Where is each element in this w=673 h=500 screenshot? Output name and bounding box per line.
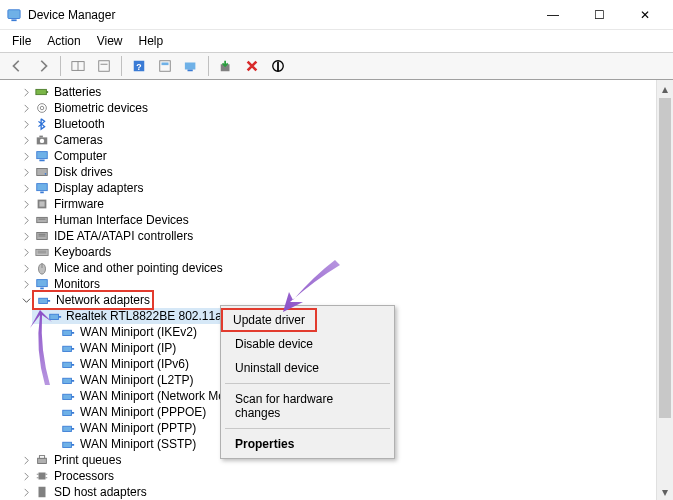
scan-button[interactable] [180, 55, 202, 77]
tree-device-label: WAN Miniport (PPPOE) [80, 405, 206, 419]
svg-rect-45 [63, 330, 72, 335]
scroll-down-arrow[interactable]: ▾ [657, 483, 673, 500]
tree-category-label: Keyboards [54, 245, 111, 259]
toolbar-separator [208, 56, 209, 76]
tree-category[interactable]: Keyboards [6, 244, 673, 260]
tree-category[interactable]: Biometric devices [6, 100, 673, 116]
help-button[interactable]: ? [128, 55, 150, 77]
disable-button[interactable] [267, 55, 289, 77]
tree-category-label: Human Interface Devices [54, 213, 189, 227]
device-category-icon [34, 212, 50, 228]
tree-category[interactable]: Processors [6, 468, 673, 484]
context-menu-item[interactable]: Scan for hardware changes [223, 387, 392, 425]
chevron-right-icon[interactable] [20, 198, 32, 210]
context-menu-item[interactable]: Update driver [221, 308, 317, 332]
tree-category-label: Computer [54, 149, 107, 163]
svg-point-19 [40, 139, 44, 143]
chevron-right-icon[interactable] [20, 182, 32, 194]
chevron-right-icon[interactable] [20, 166, 32, 178]
tree-category[interactable]: SD host adapters [6, 484, 673, 500]
svg-rect-39 [37, 280, 48, 287]
chevron-right-icon[interactable] [20, 278, 32, 290]
svg-rect-11 [188, 70, 193, 72]
tree-category[interactable]: Display adapters [6, 180, 673, 196]
context-menu-item[interactable]: Disable device [223, 332, 392, 356]
back-button[interactable] [6, 55, 28, 77]
chevron-right-icon[interactable] [20, 246, 32, 258]
tree-category-label: Print queues [54, 453, 121, 467]
title-bar: Device Manager — ☐ ✕ [0, 0, 673, 30]
chevron-right-icon[interactable] [20, 454, 32, 466]
tree-category[interactable]: Bluetooth [6, 116, 673, 132]
chevron-down-icon[interactable] [20, 294, 32, 306]
tree-category-label: Display adapters [54, 181, 143, 195]
network-adapter-icon [60, 340, 76, 356]
menu-view[interactable]: View [89, 32, 131, 50]
tree-category-label: Mice and other pointing devices [54, 261, 223, 275]
chevron-right-icon[interactable] [20, 118, 32, 130]
close-button[interactable]: ✕ [631, 5, 659, 25]
chevron-right-icon[interactable] [20, 214, 32, 226]
window-title: Device Manager [28, 8, 115, 22]
menu-help[interactable]: Help [131, 32, 172, 50]
svg-rect-41 [39, 298, 48, 303]
svg-rect-29 [37, 217, 48, 222]
network-adapter-icon [60, 404, 76, 420]
device-category-icon [34, 180, 50, 196]
context-menu: Update driverDisable deviceUninstall dev… [220, 305, 395, 459]
tree-device-label: WAN Miniport (IP) [80, 341, 176, 355]
svg-rect-43 [50, 314, 59, 319]
chevron-right-icon[interactable] [20, 134, 32, 146]
context-menu-item[interactable]: Properties [223, 432, 392, 456]
tree-category[interactable]: Disk drives [6, 164, 673, 180]
update-driver-button[interactable] [215, 55, 237, 77]
menu-file[interactable]: File [4, 32, 39, 50]
no-expander [46, 438, 58, 450]
tree-category[interactable]: Firmware [6, 196, 673, 212]
tree-category[interactable]: Human Interface Devices [6, 212, 673, 228]
annotation-highlight-box: Network adapters [32, 290, 154, 310]
context-menu-separator [225, 383, 390, 384]
chevron-right-icon[interactable] [20, 150, 32, 162]
maximize-button[interactable]: ☐ [585, 5, 613, 25]
show-hidden-button[interactable] [67, 55, 89, 77]
minimize-button[interactable]: — [539, 5, 567, 25]
vertical-scrollbar[interactable]: ▴ ▾ [656, 80, 673, 500]
uninstall-button[interactable] [241, 55, 263, 77]
action-button[interactable] [154, 55, 176, 77]
tree-category[interactable]: Batteries [6, 84, 673, 100]
context-menu-separator [225, 428, 390, 429]
chevron-right-icon[interactable] [20, 262, 32, 274]
no-expander [46, 422, 58, 434]
tree-category[interactable]: Cameras [6, 132, 673, 148]
tree-category[interactable]: IDE ATA/ATAPI controllers [6, 228, 673, 244]
chevron-right-icon[interactable] [20, 102, 32, 114]
chevron-right-icon[interactable] [20, 230, 32, 242]
menu-action[interactable]: Action [39, 32, 88, 50]
svg-rect-57 [63, 426, 72, 431]
chevron-right-icon[interactable] [20, 486, 32, 498]
scroll-up-arrow[interactable]: ▴ [657, 80, 673, 97]
tree-category[interactable]: Mice and other pointing devices [6, 260, 673, 276]
svg-rect-0 [8, 9, 20, 18]
svg-rect-1 [11, 19, 16, 21]
svg-rect-40 [40, 288, 44, 290]
svg-rect-26 [40, 192, 44, 194]
svg-rect-47 [63, 346, 72, 351]
svg-rect-20 [39, 136, 43, 138]
toolbar-separator [121, 56, 122, 76]
svg-text:?: ? [136, 62, 141, 72]
chevron-right-icon[interactable] [20, 470, 32, 482]
chevron-right-icon[interactable] [20, 86, 32, 98]
properties-button[interactable] [93, 55, 115, 77]
scrollbar-thumb[interactable] [659, 98, 671, 418]
device-category-icon [34, 484, 50, 500]
no-expander [46, 390, 58, 402]
device-category-icon [34, 228, 50, 244]
device-category-icon [34, 148, 50, 164]
context-menu-item[interactable]: Uninstall device [223, 356, 392, 380]
forward-button[interactable] [32, 55, 54, 77]
tree-category-label: IDE ATA/ATAPI controllers [54, 229, 193, 243]
svg-rect-61 [38, 458, 47, 463]
tree-category[interactable]: Computer [6, 148, 673, 164]
